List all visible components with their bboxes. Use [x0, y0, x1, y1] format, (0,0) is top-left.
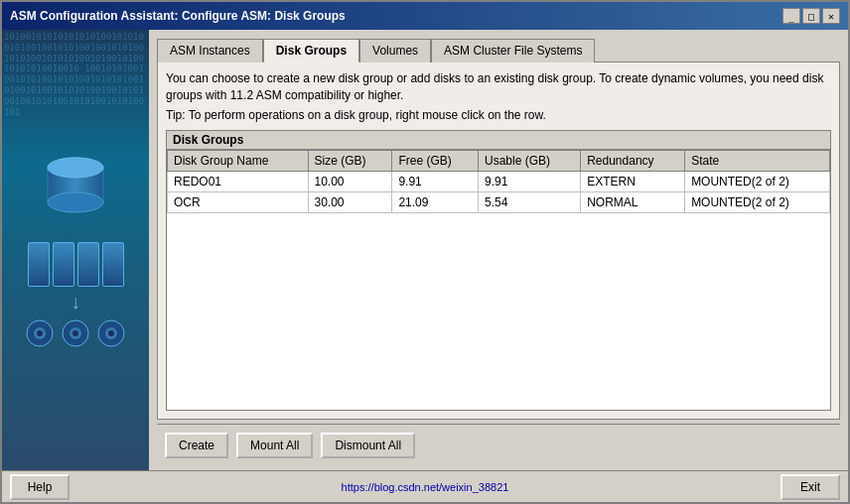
cell-size: 10.00: [308, 171, 392, 191]
dismount-all-button[interactable]: Dismount All: [321, 433, 415, 458]
svg-point-9: [72, 330, 78, 336]
cell-state: MOUNTED(2 of 2): [685, 191, 830, 212]
right-panel: ASM Instances Disk Groups Volumes ASM Cl…: [149, 30, 848, 470]
binary-background: 1010010101010101010010101001010010010101…: [2, 30, 149, 109]
tab-volumes[interactable]: Volumes: [359, 39, 431, 63]
disk-groups-title: Disk Groups: [167, 131, 830, 150]
footer: Help https://blog.csdn.net/weixin_38821 …: [2, 470, 848, 502]
cell-usable: 9.91: [478, 171, 580, 191]
table-body: REDO0110.009.919.91EXTERNMOUNTED(2 of 2)…: [168, 171, 830, 212]
database-icon: [41, 153, 110, 222]
disk-groups-table: Disk Group Name Size (GB) Free (GB) Usab…: [167, 150, 830, 213]
disk-groups-box: Disk Groups Disk Group Name Size (GB) Fr…: [166, 130, 831, 411]
title-bar-buttons: _ □ ✕: [782, 8, 840, 24]
mount-all-button[interactable]: Mount All: [236, 433, 313, 458]
exit-button[interactable]: Exit: [780, 474, 840, 500]
info-text: You can choose to create a new disk grou…: [166, 70, 831, 104]
table-container: Disk Group Name Size (GB) Free (GB) Usab…: [167, 150, 830, 410]
tab-asm-instances[interactable]: ASM Instances: [157, 39, 263, 63]
panel-graphic: ↓: [26, 153, 125, 347]
disk-array: [28, 242, 124, 287]
tape-array: [26, 319, 125, 347]
cell-name: OCR: [168, 191, 309, 212]
window-title: ASM Configuration Assistant: Configure A…: [10, 9, 346, 23]
tab-disk-groups[interactable]: Disk Groups: [263, 39, 359, 63]
create-button[interactable]: Create: [165, 433, 228, 458]
tip-text: Tip: To perform operations on a disk gro…: [166, 108, 831, 122]
cell-size: 30.00: [308, 191, 392, 212]
tape-icon-3: [97, 319, 125, 347]
svg-point-3: [48, 158, 103, 178]
col-header-size: Size (GB): [308, 150, 392, 171]
left-panel: 1010010101010101010010101001010010010101…: [2, 30, 149, 470]
cell-redundancy: EXTERN: [581, 171, 685, 191]
help-button[interactable]: Help: [10, 474, 70, 500]
svg-point-12: [108, 330, 114, 336]
close-button[interactable]: ✕: [822, 8, 840, 24]
tab-content: You can choose to create a new disk grou…: [157, 62, 840, 420]
bottom-buttons-row: Create Mount All Dismount All: [157, 424, 840, 462]
maximize-button[interactable]: □: [802, 8, 820, 24]
col-header-free: Free (GB): [392, 150, 479, 171]
cell-usable: 5.54: [478, 191, 580, 212]
arrow-down-icon: ↓: [71, 292, 80, 312]
tape-icon-1: [26, 319, 54, 347]
content-area: 1010010101010101010010101001010010010101…: [2, 30, 848, 470]
table-row[interactable]: REDO0110.009.919.91EXTERNMOUNTED(2 of 2): [168, 171, 830, 191]
cell-redundancy: NORMAL: [581, 191, 685, 212]
table-row[interactable]: OCR30.0021.095.54NORMALMOUNTED(2 of 2): [168, 191, 830, 212]
minimize-button[interactable]: _: [782, 8, 800, 24]
cell-name: REDO01: [168, 171, 309, 191]
table-header-row: Disk Group Name Size (GB) Free (GB) Usab…: [168, 150, 830, 171]
cell-free: 9.91: [392, 171, 479, 191]
col-header-redundancy: Redundancy: [581, 150, 685, 171]
col-header-name: Disk Group Name: [168, 150, 309, 171]
cell-free: 21.09: [392, 191, 479, 212]
main-window: ASM Configuration Assistant: Configure A…: [0, 0, 850, 504]
col-header-usable: Usable (GB): [478, 150, 580, 171]
col-header-state: State: [685, 150, 830, 171]
footer-link: https://blog.csdn.net/weixin_38821: [342, 481, 509, 493]
tab-asm-cluster-file-systems[interactable]: ASM Cluster File Systems: [431, 39, 595, 63]
tape-icon-2: [62, 319, 89, 347]
svg-point-2: [48, 192, 103, 212]
svg-point-6: [37, 330, 43, 336]
tabs-row: ASM Instances Disk Groups Volumes ASM Cl…: [157, 38, 840, 62]
cell-state: MOUNTED(2 of 2): [685, 171, 830, 191]
title-bar: ASM Configuration Assistant: Configure A…: [2, 2, 848, 30]
